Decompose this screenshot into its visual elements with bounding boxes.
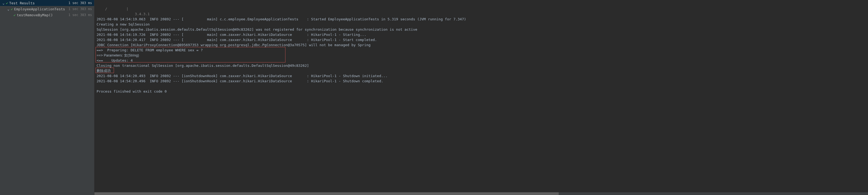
- check-icon: ✔: [6, 1, 8, 5]
- log-line: 2021-08-08 14:54:20.417 INFO 20892 --- […: [97, 38, 377, 42]
- log-line: JDBC Connection [HikariProxyConnection@8…: [97, 43, 371, 47]
- test-results-sidebar: ⌄ ✔ Test Results 1 sec 383 ms ⌄ ✔ Employ…: [0, 0, 94, 195]
- tree-class-time: 1 sec 383 ms: [68, 7, 92, 11]
- test-class-row[interactable]: ⌄ ✔ EmployeeApplicationTests 1 sec 383 m…: [0, 6, 94, 12]
- console-output[interactable]: / | 3.4.3.1 2021-08-08 14:54:19.063 INFO…: [94, 0, 868, 195]
- log-line: 2021-08-08 14:54:20.496 INFO 20892 --- […: [97, 79, 383, 83]
- ascii-art-line: / |: [97, 7, 128, 11]
- chevron-down-icon: ⌄: [7, 7, 10, 11]
- check-icon: ✔: [11, 7, 13, 11]
- log-line: Creating a new SqlSession: [97, 22, 150, 26]
- log-line-updates: <== Updates: 4: [97, 58, 133, 62]
- tree-class-label: EmployeeApplicationTests: [14, 7, 65, 11]
- tree-root-time: 1 sec 383 ms: [68, 1, 92, 5]
- log-line: SqlSession [org.apache.ibatis.session.de…: [97, 27, 417, 31]
- horizontal-scrollbar[interactable]: [94, 192, 868, 195]
- chevron-down-icon: ⌄: [2, 1, 5, 5]
- log-line-exit: Process finished with exit code 0: [97, 89, 166, 93]
- scrollbar-thumb[interactable]: [94, 192, 559, 195]
- log-line-success: 删除成功: [97, 69, 111, 73]
- log-line: 2021-08-08 14:54:20.493 INFO 20892 --- […: [97, 74, 388, 78]
- log-line: Closing non transactional SqlSession [or…: [97, 63, 309, 67]
- tree-method-time: 1 sec 383 ms: [68, 13, 92, 17]
- tree-root-label: Test Results: [9, 1, 35, 5]
- test-root-row[interactable]: ⌄ ✔ Test Results 1 sec 383 ms: [0, 0, 94, 6]
- log-line: 2021-08-08 14:54:19.726 INFO 20892 --- […: [97, 33, 366, 37]
- tree-method-label: testRemoveByMap(): [17, 13, 53, 17]
- version-line: 3.4.3.1: [97, 12, 150, 16]
- log-line-parameters: ==> Parameters: 女(String): [97, 53, 139, 57]
- log-line-preparing: ==> Preparing: DELETE FROM employee WHER…: [97, 48, 203, 52]
- check-icon: ✔: [13, 13, 16, 17]
- test-method-row[interactable]: ✔ testRemoveByMap() 1 sec 383 ms: [0, 12, 94, 18]
- log-line: 2021-08-08 14:54:19.063 INFO 20892 --- […: [97, 17, 466, 21]
